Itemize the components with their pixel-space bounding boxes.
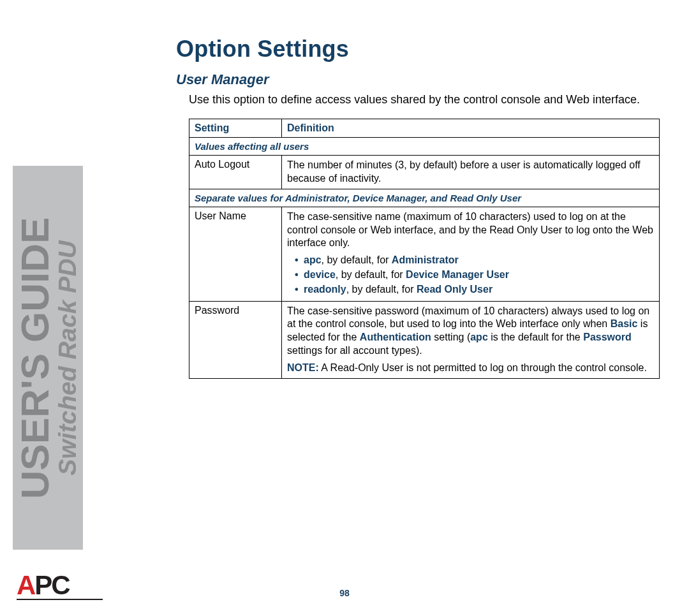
table-row: Auto Logout The number of minutes (3, by… bbox=[189, 156, 660, 189]
col-header-setting: Setting bbox=[189, 119, 282, 138]
setting-auto-logout: Auto Logout bbox=[189, 156, 282, 189]
bullet-list: apc, by default, for Administrator devic… bbox=[287, 254, 654, 296]
pw-text: is the default for the bbox=[488, 332, 583, 342]
bullet-readonly: readonly bbox=[304, 284, 346, 295]
pw-text: The case-sensitive password (maximum of … bbox=[287, 305, 649, 330]
section-row: Separate values for Administrator, Devic… bbox=[189, 189, 660, 207]
vertical-ribbon: USER'S GUIDE Switched Rack PDU bbox=[13, 166, 83, 550]
bullet-rouser: Read Only User bbox=[417, 284, 493, 295]
section-all-users: Values affecting all users bbox=[189, 138, 660, 156]
sidebar: USER'S GUIDE Switched Rack PDU APC bbox=[0, 0, 125, 616]
definition-password: The case-sensitive password (maximum of … bbox=[282, 301, 660, 378]
pw-text: settings for all account types). bbox=[287, 345, 422, 356]
bullet-devmgr: Device Manager User bbox=[406, 269, 509, 280]
main-content: Option Settings User Manager Use this op… bbox=[176, 36, 661, 379]
pw-text: setting ( bbox=[431, 332, 470, 342]
setting-user-name: User Name bbox=[189, 207, 282, 301]
bullet-admin: Administrator bbox=[392, 254, 459, 265]
pw-basic: Basic bbox=[611, 318, 638, 329]
table-header-row: Setting Definition bbox=[189, 119, 660, 138]
bullet-text: , by default, for bbox=[322, 254, 392, 265]
table-row: User Name The case-sensitive name (maxim… bbox=[189, 207, 660, 301]
pw-password: Password bbox=[583, 332, 632, 342]
definition-auto-logout: The number of minutes (3, by default) be… bbox=[282, 156, 660, 189]
pw-auth: Authentication bbox=[360, 332, 431, 342]
list-item: device, by default, for Device Manager U… bbox=[297, 268, 654, 282]
section-separate-values: Separate values for Administrator, Devic… bbox=[189, 189, 660, 207]
col-header-definition: Definition bbox=[282, 119, 660, 138]
bullet-apc: apc bbox=[304, 254, 322, 265]
bullet-text: , by default, for bbox=[336, 269, 406, 280]
page-title: Option Settings bbox=[176, 36, 661, 62]
settings-table: Setting Definition Values affecting all … bbox=[189, 119, 660, 378]
section-row: Values affecting all users bbox=[189, 138, 660, 156]
table-row: Password The case-sensitive password (ma… bbox=[189, 301, 660, 378]
bullet-device: device bbox=[304, 269, 336, 280]
note-block: NOTE: A Read-Only User is not permitted … bbox=[287, 362, 654, 375]
setting-password: Password bbox=[189, 301, 282, 378]
list-item: readonly, by default, for Read Only User bbox=[297, 283, 654, 297]
guide-title: USER'S GUIDE bbox=[16, 217, 56, 499]
definition-user-name: The case-sensitive name (maximum of 10 c… bbox=[282, 207, 660, 301]
page-number: 98 bbox=[0, 588, 689, 598]
intro-paragraph: Use this option to define access values … bbox=[189, 92, 655, 107]
note-label: NOTE: bbox=[287, 362, 319, 373]
bullet-text: , by default, for bbox=[346, 284, 417, 295]
list-item: apc, by default, for Administrator bbox=[297, 254, 654, 267]
note-text: A Read-Only User is not permitted to log… bbox=[319, 362, 647, 373]
username-intro: The case-sensitive name (maximum of 10 c… bbox=[287, 211, 653, 249]
pw-apc: apc bbox=[470, 332, 488, 342]
guide-subtitle: Switched Rack PDU bbox=[56, 240, 80, 475]
section-heading: User Manager bbox=[176, 71, 661, 88]
ribbon-text: USER'S GUIDE Switched Rack PDU bbox=[16, 217, 80, 499]
